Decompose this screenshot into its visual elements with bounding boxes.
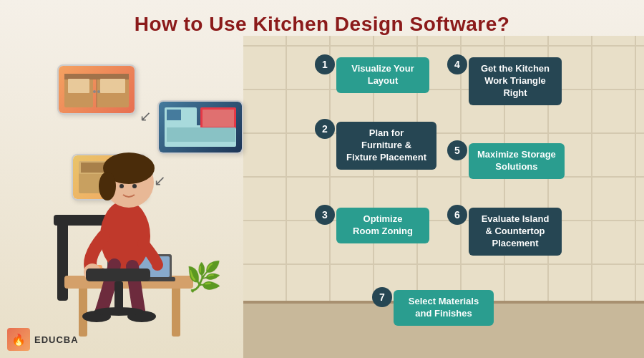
main-container: How to Use Kitchen Design Software? [0,0,644,358]
illustration-area: ↙ ↙ [0,36,301,351]
step-number-4: 4 [447,54,467,74]
step-number-7: 7 [372,287,392,307]
step-number-6: 6 [447,205,467,225]
person-illustration [14,72,229,337]
step-number-1: 1 [315,54,335,74]
step-number-3: 3 [315,205,335,225]
step-box-2: Plan forFurniture &Fixture Placement [336,122,436,170]
svg-rect-23 [172,286,180,337]
step-box-6: Evaluate Island& CountertopPlacement [469,208,562,256]
svg-rect-39 [114,281,123,310]
step-4: 4 Get the KitchenWork TriangleRight [447,57,562,105]
steps-area: 1 Visualize YourLayout 2 Plan forFurnitu… [308,43,637,351]
logo-flame: 🔥 [11,333,26,347]
svg-point-34 [132,184,137,188]
step-box-4: Get the KitchenWork TriangleRight [469,57,562,105]
plant-decoration: 🌿 [186,260,222,294]
step-box-3: OptimizeRoom Zoning [336,208,429,243]
step-2: 2 Plan forFurniture &Fixture Placement [315,122,436,170]
step-number-2: 2 [315,119,335,139]
step-7: 7 Select Materialsand Finishes [372,290,494,326]
logo-text: EDUCBA [34,334,79,345]
svg-point-32 [99,172,116,200]
step-box-5: Maximize StorageSolutions [469,143,565,179]
step-box-7: Select Materialsand Finishes [394,290,494,326]
svg-point-40 [94,307,144,316]
logo-icon: 🔥 [7,328,30,351]
step-6: 6 Evaluate Island& CountertopPlacement [447,208,562,256]
step-3: 3 OptimizeRoom Zoning [315,208,429,243]
step-5: 5 Maximize StorageSolutions [447,143,565,179]
svg-rect-38 [86,268,150,281]
step-number-5: 5 [447,140,467,160]
logo: 🔥 EDUCBA [7,328,79,351]
arrow-1: ↙ [140,107,152,125]
svg-point-33 [119,184,124,188]
step-1: 1 Visualize YourLayout [315,57,429,93]
step-box-1: Visualize YourLayout [336,57,429,93]
svg-rect-22 [79,286,87,337]
arrow-2: ↙ [154,172,166,189]
